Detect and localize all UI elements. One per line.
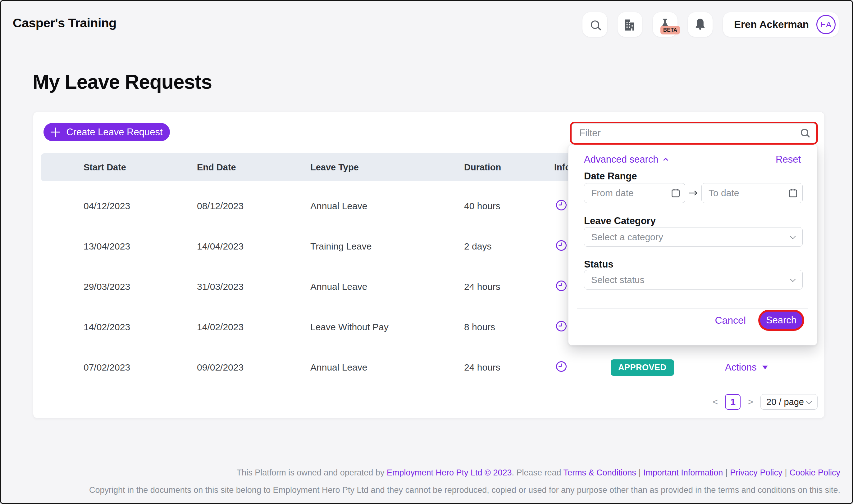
- status-select[interactable]: Select status: [584, 270, 803, 290]
- topbar-actions: BETA Eren Ackerman EA: [582, 12, 839, 37]
- actions-label: Actions: [725, 362, 757, 373]
- chevron-down-icon: [806, 398, 812, 404]
- status-placeholder: Select status: [591, 275, 645, 285]
- organisation-button[interactable]: [617, 12, 642, 37]
- caret-down-icon: [762, 365, 768, 369]
- employment-hero-link[interactable]: Employment Hero Pty Ltd © 2023: [387, 468, 512, 477]
- cell-leave-type: Training Leave: [310, 241, 464, 252]
- from-date-placeholder: From date: [591, 188, 634, 198]
- notifications-button[interactable]: [688, 12, 713, 37]
- advanced-search-toggle[interactable]: Advanced search: [584, 154, 667, 165]
- page-footer: This Platform is owned and operated by E…: [89, 468, 840, 495]
- plus-icon: [51, 128, 60, 137]
- leave-category-label: Leave Category: [584, 215, 656, 227]
- chevron-down-icon: [790, 233, 796, 239]
- search-button[interactable]: [582, 12, 607, 37]
- app-window: Casper's Training BETA Eren Ackerman EA: [0, 0, 853, 504]
- reset-link[interactable]: Reset: [776, 154, 801, 165]
- footer-text: . Please read: [511, 468, 563, 477]
- cookie-policy-link[interactable]: Cookie Policy: [789, 468, 840, 477]
- header-duration: Duration: [464, 162, 554, 173]
- cell-start-date: 29/03/2023: [84, 282, 197, 292]
- date-range-row: From date To date: [584, 183, 803, 203]
- cell-leave-type: Leave Without Pay: [310, 322, 464, 332]
- bell-icon: [692, 17, 708, 32]
- advanced-search-panel: Advanced search Reset Date Range From da…: [568, 144, 817, 345]
- status-badge: APPROVED: [611, 359, 674, 376]
- table-row: 07/02/2023 09/02/2023 Annual Leave 24 ho…: [41, 347, 817, 388]
- to-date-placeholder: To date: [709, 188, 739, 198]
- terms-link[interactable]: Terms & Conditions: [563, 468, 636, 477]
- clock-icon[interactable]: [556, 361, 567, 372]
- user-menu[interactable]: Eren Ackerman EA: [723, 12, 839, 37]
- page-size-value: 20 / page: [766, 397, 804, 407]
- beta-badge: BETA: [660, 26, 680, 34]
- clock-icon[interactable]: [556, 240, 567, 251]
- next-page-button[interactable]: >: [748, 397, 753, 407]
- filter-search-icon: [801, 129, 808, 136]
- cell-start-date: 13/04/2023: [84, 241, 197, 252]
- clock-icon[interactable]: [556, 321, 567, 331]
- cell-leave-type: Annual Leave: [310, 282, 464, 292]
- important-information-link[interactable]: Important Information: [643, 468, 723, 477]
- cell-start-date: 07/02/2023: [84, 362, 197, 373]
- privacy-policy-link[interactable]: Privacy Policy: [730, 468, 782, 477]
- cell-leave-type: Annual Leave: [310, 362, 464, 373]
- cancel-button[interactable]: Cancel: [715, 315, 746, 326]
- arrow-right-icon: [685, 189, 701, 197]
- cell-leave-type: Annual Leave: [310, 201, 464, 211]
- create-leave-request-label: Create Leave Request: [66, 127, 162, 138]
- cell-duration: 2 days: [464, 241, 554, 252]
- header-leave-type: Leave Type: [310, 162, 464, 173]
- prev-page-button[interactable]: <: [713, 397, 718, 407]
- chevron-up-icon: [663, 158, 668, 163]
- filter-field-highlight: [572, 123, 816, 143]
- header-end-date: End Date: [197, 162, 310, 173]
- filter-input[interactable]: [572, 123, 816, 143]
- cell-start-date: 04/12/2023: [84, 201, 197, 211]
- clock-icon[interactable]: [556, 200, 567, 211]
- to-date-input[interactable]: To date: [701, 183, 803, 203]
- cell-start-date: 14/02/2023: [84, 322, 197, 332]
- clock-icon[interactable]: [556, 281, 567, 291]
- create-leave-request-button[interactable]: Create Leave Request: [43, 123, 170, 141]
- cell-end-date: 31/03/2023: [197, 282, 310, 292]
- cell-end-date: 14/02/2023: [197, 322, 310, 332]
- beta-features-button[interactable]: BETA: [652, 12, 678, 37]
- cell-end-date: 08/12/2023: [197, 201, 310, 211]
- footer-copyright: Copyright in the documents on this site …: [89, 485, 840, 495]
- footer-text: This Platform is owned and operated by: [237, 468, 387, 477]
- from-date-input[interactable]: From date: [584, 183, 685, 203]
- calendar-icon: [671, 188, 680, 198]
- leave-category-placeholder: Select a category: [591, 232, 663, 242]
- calendar-icon: [789, 188, 797, 198]
- page-number[interactable]: 1: [725, 394, 741, 410]
- page-title: My Leave Requests: [33, 70, 212, 93]
- search-button-primary[interactable]: Search: [760, 311, 802, 329]
- app-title: Casper's Training: [13, 16, 117, 31]
- avatar: EA: [816, 15, 836, 34]
- search-icon: [591, 20, 599, 29]
- date-range-label: Date Range: [584, 171, 637, 182]
- footer-separator: |: [723, 468, 730, 477]
- pagination: < 1 > 20 / page: [713, 394, 818, 410]
- cell-end-date: 14/04/2023: [197, 241, 310, 252]
- header-start-date: Start Date: [84, 162, 197, 173]
- cell-end-date: 09/02/2023: [197, 362, 310, 373]
- footer-separator: |: [782, 468, 789, 477]
- cell-duration: 40 hours: [464, 201, 554, 211]
- page-size-select[interactable]: 20 / page: [761, 394, 818, 410]
- footer-separator: |: [636, 468, 643, 477]
- status-label: Status: [584, 259, 613, 270]
- cell-duration: 24 hours: [464, 282, 554, 292]
- cell-duration: 24 hours: [464, 362, 554, 373]
- row-actions[interactable]: Actions: [725, 362, 817, 373]
- chevron-down-icon: [790, 276, 796, 282]
- user-name: Eren Ackerman: [734, 19, 809, 31]
- cell-duration: 8 hours: [464, 322, 554, 332]
- leave-category-select[interactable]: Select a category: [584, 227, 803, 247]
- building-icon: [622, 16, 638, 33]
- advanced-search-label: Advanced search: [584, 154, 659, 165]
